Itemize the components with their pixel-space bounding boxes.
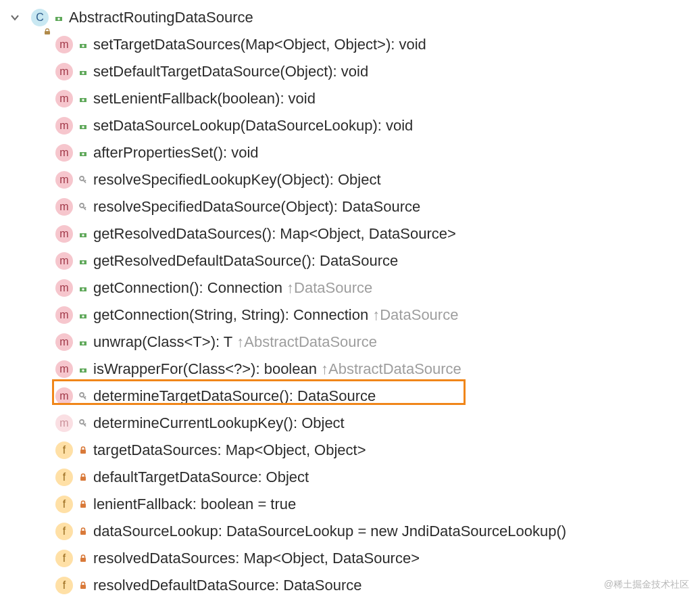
member-signature: unwrap(Class<T>): T — [93, 333, 232, 351]
field-icon: f — [55, 496, 73, 513]
member-signature: resolvedDataSources: Map<Object, DataSou… — [93, 550, 420, 567]
chevron-down-icon[interactable] — [9, 13, 20, 22]
method-icon: m — [55, 225, 73, 243]
method-row[interactable]: mdetermineTargetDataSource(): DataSource — [0, 383, 700, 410]
member-signature: targetDataSources: Map<Object, Object> — [93, 441, 366, 459]
method-row[interactable]: misWrapperFor(Class<?>): boolean↑Abstrac… — [0, 356, 700, 383]
private-modifier-icon — [78, 446, 88, 455]
public-modifier-icon — [78, 94, 88, 103]
protected-modifier-icon — [78, 202, 88, 212]
public-modifier-icon — [78, 364, 88, 374]
up-arrow-icon: ↑ — [321, 360, 328, 378]
member-signature: setDataSourceLookup(DataSourceLookup): v… — [93, 117, 413, 135]
inherited-from-label: DataSource — [380, 306, 458, 324]
protected-modifier-icon — [78, 391, 88, 401]
method-icon: m — [55, 279, 73, 297]
field-row[interactable]: fdefaultTargetDataSource: Object — [0, 464, 700, 491]
method-row[interactable]: mresolveSpecifiedLookupKey(Object): Obje… — [0, 166, 700, 193]
public-modifier-icon — [78, 40, 88, 49]
method-row[interactable]: mresolveSpecifiedDataSource(Object): Dat… — [0, 193, 700, 220]
member-signature: dataSourceLookup: DataSourceLookup = new… — [93, 523, 566, 540]
private-modifier-icon — [78, 527, 88, 536]
member-signature: getConnection(): Connection — [93, 279, 282, 297]
field-row[interactable]: fresolvedDefaultDataSource: DataSource — [0, 572, 700, 599]
public-modifier-icon — [78, 283, 88, 293]
method-icon: m — [55, 198, 73, 216]
method-row[interactable]: mgetResolvedDataSources(): Map<Object, D… — [0, 220, 700, 247]
public-modifier-icon — [54, 13, 64, 22]
member-signature: setLenientFallback(boolean): void — [93, 90, 316, 107]
member-signature: lenientFallback: boolean = true — [93, 496, 296, 513]
private-modifier-icon — [78, 500, 88, 509]
method-icon: m — [55, 333, 73, 351]
private-modifier-icon — [78, 473, 88, 482]
field-row[interactable]: flenientFallback: boolean = true — [0, 491, 700, 518]
public-modifier-icon — [78, 256, 88, 266]
member-signature: resolvedDefaultDataSource: DataSource — [93, 577, 361, 594]
method-row[interactable]: msetDataSourceLookup(DataSourceLookup): … — [0, 112, 700, 139]
method-icon: m — [55, 144, 73, 162]
member-signature: setDefaultTargetDataSource(Object): void — [93, 63, 368, 80]
private-modifier-icon — [78, 581, 88, 590]
method-row[interactable]: msetDefaultTargetDataSource(Object): voi… — [0, 58, 700, 85]
protected-modifier-icon — [78, 418, 88, 428]
class-row[interactable]: C AbstractRoutingDataSource — [0, 4, 700, 31]
field-icon: f — [55, 469, 73, 486]
field-icon: f — [55, 523, 73, 540]
member-signature: afterPropertiesSet(): void — [93, 144, 259, 162]
method-row[interactable]: mafterPropertiesSet(): void — [0, 139, 700, 166]
method-icon: m — [55, 90, 73, 107]
public-modifier-icon — [78, 310, 88, 320]
method-row[interactable]: mgetConnection(): Connection↑DataSource — [0, 274, 700, 302]
public-modifier-icon — [78, 121, 88, 130]
field-row[interactable]: fdataSourceLookup: DataSourceLookup = ne… — [0, 518, 700, 545]
member-signature: resolveSpecifiedLookupKey(Object): Objec… — [93, 171, 381, 189]
member-signature: setTargetDataSources(Map<Object, Object>… — [93, 36, 426, 53]
method-icon: m — [55, 360, 73, 378]
public-modifier-icon — [78, 67, 88, 76]
inherited-from-label: AbstractDataSource — [244, 333, 377, 351]
private-modifier-icon — [78, 554, 88, 563]
up-arrow-icon: ↑ — [372, 306, 380, 324]
method-icon: m — [55, 36, 73, 53]
up-arrow-icon: ↑ — [286, 279, 294, 297]
member-signature: getConnection(String, String): Connectio… — [93, 306, 368, 324]
method-icon: m — [55, 171, 73, 189]
method-row[interactable]: mdetermineCurrentLookupKey(): Object — [0, 410, 700, 437]
method-icon: m — [55, 117, 73, 135]
field-icon: f — [55, 550, 73, 567]
member-signature: determineTargetDataSource(): DataSource — [93, 387, 376, 405]
public-modifier-icon — [78, 148, 88, 158]
member-signature: getResolvedDefaultDataSource(): DataSour… — [93, 252, 398, 270]
method-icon: m — [55, 306, 73, 324]
method-row[interactable]: msetTargetDataSources(Map<Object, Object… — [0, 31, 700, 58]
field-icon: f — [55, 577, 73, 594]
field-row[interactable]: fresolvedDataSources: Map<Object, DataSo… — [0, 545, 700, 572]
method-icon: m — [55, 252, 73, 270]
method-row[interactable]: munwrap(Class<T>): T↑AbstractDataSource — [0, 329, 700, 356]
class-icon: C — [31, 9, 49, 26]
up-arrow-icon: ↑ — [236, 333, 244, 351]
lock-overlay-icon — [44, 22, 51, 28]
field-icon: f — [55, 441, 73, 459]
public-modifier-icon — [78, 337, 88, 347]
method-icon: m — [55, 414, 73, 432]
member-signature: isWrapperFor(Class<?>): boolean — [93, 360, 317, 378]
inherited-from-label: DataSource — [294, 279, 372, 297]
field-row[interactable]: ftargetDataSources: Map<Object, Object> — [0, 437, 700, 464]
member-signature: defaultTargetDataSource: Object — [93, 469, 309, 486]
member-signature: determineCurrentLookupKey(): Object — [93, 414, 345, 432]
protected-modifier-icon — [78, 175, 88, 185]
method-row[interactable]: mgetResolvedDefaultDataSource(): DataSou… — [0, 247, 700, 274]
watermark-text: @稀土掘金技术社区 — [604, 579, 689, 591]
public-modifier-icon — [78, 229, 88, 239]
inherited-from-label: AbstractDataSource — [328, 360, 461, 378]
class-name-label: AbstractRoutingDataSource — [69, 9, 253, 26]
method-icon: m — [55, 387, 73, 405]
method-icon: m — [55, 63, 73, 80]
member-signature: resolveSpecifiedDataSource(Object): Data… — [93, 198, 420, 216]
method-row[interactable]: msetLenientFallback(boolean): void — [0, 85, 700, 112]
method-row[interactable]: mgetConnection(String, String): Connecti… — [0, 302, 700, 329]
member-signature: getResolvedDataSources(): Map<Object, Da… — [93, 225, 456, 243]
